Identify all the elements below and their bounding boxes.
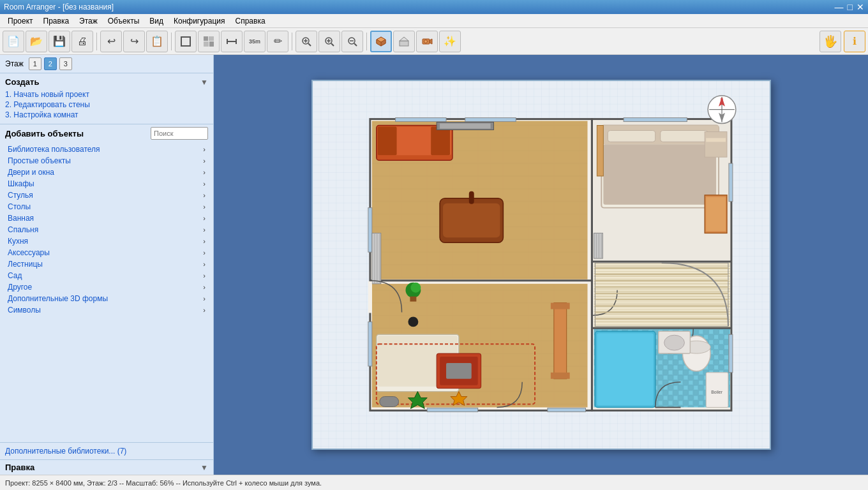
3d-view-button[interactable] [393,31,415,52]
menu-edit[interactable]: Правка [38,15,75,27]
lib-doors[interactable]: Двери и окна › [5,167,208,178]
svg-rect-98 [379,397,398,407]
svg-rect-3 [204,41,209,47]
svg-rect-62 [624,118,687,122]
svg-rect-0 [181,37,190,46]
search-input[interactable] [151,127,208,140]
add-objects-section: Добавить объекты Библиотека пользователя… [0,124,213,442]
lib-chairs[interactable]: Стулья › [5,189,208,201]
pencil-button[interactable]: ✏ [267,31,288,52]
extra-libs-link[interactable]: Дополнительные библиотеки... (7) [5,447,126,456]
left-panel: Этаж 1 2 3 Создать ▼ 1. Начать новый про… [0,55,214,475]
menu-objects[interactable]: Объекты [103,15,145,27]
svg-rect-4 [209,41,214,47]
add-objects-title: Добавить объекты [5,129,84,138]
floor-tab-1[interactable]: 1 [29,57,41,70]
zoom-in-button[interactable] [318,31,340,52]
svg-rect-84 [410,297,416,302]
svg-line-13 [331,43,334,46]
lib-3d-forms[interactable]: Дополнительные 3D формы › [5,293,208,304]
zoom-fit-button[interactable] [296,31,317,52]
lib-cabinets[interactable]: Шкафы › [5,178,208,189]
svg-rect-102 [660,130,707,142]
svg-rect-106 [597,126,603,176]
title-bar-controls[interactable]: — □ ✕ [835,2,864,12]
menu-project[interactable]: Проект [3,15,38,27]
toolbar-right: 🖐 ℹ [819,31,865,52]
app-title: Room Arranger - [без названия] [4,3,114,11]
lib-bathroom[interactable]: Ванная › [5,212,208,224]
save-button[interactable]: 💾 [49,31,70,52]
svg-marker-24 [400,37,408,41]
lib-bedroom[interactable]: Спальня › [5,224,208,235]
lib-user[interactable]: Библиотека пользователя › [5,144,208,155]
create-section: Создать ▼ 1. Начать новый проект 2. Реда… [0,73,213,124]
3d-cam-button[interactable] [416,31,438,52]
effects-button[interactable]: ✨ [439,31,461,52]
svg-rect-67 [427,408,477,412]
floor-tab-3[interactable]: 3 [59,57,72,70]
3d-box-button[interactable] [370,31,392,52]
info-button[interactable]: ℹ [844,31,865,52]
separator-1 [96,33,97,50]
extra-libs: Дополнительные библиотеки... (7) [0,442,213,459]
zoom-out-button[interactable] [341,31,363,52]
edit-title: Правка [5,463,34,472]
menu-config[interactable]: Конфигурация [168,15,230,27]
svg-rect-23 [400,41,408,46]
redo-button[interactable]: ↪ [123,31,145,52]
new-button[interactable]: 📄 [3,31,24,52]
floor-tabs: Этаж 1 2 3 [0,55,213,73]
canvas-area[interactable]: Boiler N [214,55,868,475]
lib-kitchen[interactable]: Кухня › [5,235,208,247]
menu-help[interactable]: Справка [230,15,271,27]
title-bar: Room Arranger - [без названия] — □ ✕ [0,0,868,14]
print-button[interactable]: 🖨 [71,31,93,52]
close-button[interactable]: ✕ [857,2,864,12]
create-header: Создать ▼ [5,77,208,87]
create-step-3[interactable]: 3. Настройка комнат [5,110,208,120]
undo-button[interactable]: ↩ [100,31,122,52]
svg-rect-90 [446,363,472,379]
create-step-1[interactable]: 1. Начать новый проект [5,89,208,100]
floor-plan[interactable]: Boiler N [311,80,771,450]
maximize-button[interactable]: □ [848,2,853,12]
svg-rect-104 [705,131,727,157]
lib-tables[interactable]: Столы › [5,201,208,212]
hand-tool[interactable]: 🖐 [819,31,841,52]
menu-view[interactable]: Вид [144,15,168,27]
svg-point-27 [424,40,428,43]
lib-accessories[interactable]: Аксессуары › [5,247,208,258]
lib-stairs[interactable]: Лестницы › [5,258,208,270]
svg-rect-61 [465,118,515,122]
separator-2 [171,33,172,50]
floor-plan-svg: Boiler N [313,81,770,449]
svg-rect-80 [443,204,500,238]
lib-simple[interactable]: Простые объекты › [5,155,208,167]
svg-rect-94 [550,373,569,379]
svg-rect-93 [550,303,569,309]
copy-button[interactable]: 📋 [146,31,168,52]
separator-4 [366,33,367,50]
measure2-tool[interactable]: 35m [244,31,266,52]
floor-tab-2[interactable]: 2 [44,57,57,70]
lib-symbols[interactable]: Символы › [5,304,208,316]
lib-garden[interactable]: Сад › [5,270,208,281]
svg-point-124 [664,335,684,350]
lib-other[interactable]: Другое › [5,281,208,293]
svg-point-83 [410,283,421,293]
svg-rect-1 [204,36,208,41]
separator-3 [292,33,292,50]
wall-button[interactable] [198,31,220,52]
menu-floor[interactable]: Этаж [74,15,103,27]
svg-rect-92 [553,303,566,379]
measure-tool[interactable] [221,31,243,52]
minimize-button[interactable]: — [835,2,844,12]
create-arrow: ▼ [200,78,208,87]
svg-rect-2 [209,36,214,41]
open-button[interactable]: 📂 [26,31,47,52]
svg-rect-105 [706,138,726,142]
svg-text:N: N [720,98,723,102]
room-button[interactable] [175,31,197,52]
create-step-2[interactable]: 2. Редактировать стены [5,100,208,110]
